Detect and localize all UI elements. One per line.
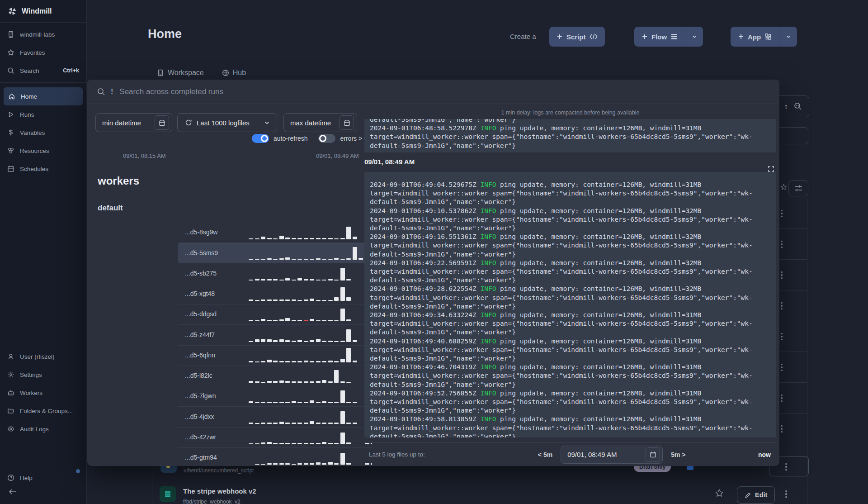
log-level: INFO: [480, 124, 496, 132]
folder-icon: [7, 407, 14, 414]
user-icon: [7, 353, 14, 360]
create-app-button[interactable]: App: [731, 27, 779, 47]
worker-row-d5-4jdxx[interactable]: ...d5-4jdxx: [178, 407, 372, 428]
tab-hub[interactable]: Hub: [222, 69, 246, 77]
sidebar-item-home[interactable]: Home: [4, 87, 83, 105]
collapse-sidebar-icon[interactable]: [8, 488, 17, 496]
log-level: INFO: [480, 207, 496, 214]
calendar-icon[interactable]: [646, 447, 660, 462]
log-timestamp: 2024-09-01T06:49:58.813859Z: [370, 415, 476, 423]
sidebar-item-resources[interactable]: Resources: [0, 142, 86, 160]
log-level: INFO: [480, 390, 496, 397]
now-button[interactable]: now: [758, 451, 771, 458]
filter-sliders-button[interactable]: [788, 180, 808, 196]
calendar-icon: [7, 165, 14, 172]
sidebar-item-favorites[interactable]: Favorites: [0, 43, 86, 62]
log-level: INFO: [480, 285, 496, 292]
log-timestamp: 2024-09-01T06:49:34.633224Z: [370, 311, 476, 319]
sidebar-item-user-rfiszel[interactable]: User (rfiszel): [0, 347, 87, 366]
row-menu-kebab[interactable]: [782, 489, 791, 499]
list-item[interactable]: The stripe webhook v2 f/bd/stripe_webhoo…: [152, 482, 807, 504]
sidebar-item-folders-groups[interactable]: Folders & Groups...: [0, 402, 87, 420]
worker-activity-sparkline: [249, 306, 372, 321]
resources-icon: [7, 147, 14, 154]
search-fragment-text: t: [785, 103, 787, 110]
star-icon[interactable]: [780, 184, 787, 190]
log-block-previous[interactable]: default-5sms9-Jmn1G","name":"worker"}202…: [364, 119, 776, 152]
worker-row-d5-42zwr[interactable]: ...d5-42zwr: [178, 428, 372, 448]
dollar-icon: [7, 129, 14, 136]
worker-row-d5-6qfnn[interactable]: ...d5-6qfnn: [178, 346, 372, 366]
worker-row-d5-5sms9[interactable]: ...d5-5sms9: [178, 243, 372, 263]
worker-row-d5-7lgwn[interactable]: ...d5-7lgwn: [178, 386, 372, 407]
tab-workspace[interactable]: Workspace: [157, 69, 204, 77]
sidebar-item-help[interactable]: Help: [0, 469, 87, 487]
building-icon: [157, 69, 164, 76]
create-flow-button[interactable]: Flow: [634, 27, 685, 47]
forward-5m-button[interactable]: 5m >: [671, 451, 685, 458]
log-level: INFO: [480, 415, 496, 423]
sidebar-item-audit-logs[interactable]: Audit Logs: [0, 420, 87, 438]
eye-icon: [7, 425, 14, 433]
worker-row-d5-gtm94[interactable]: ...d5-gtm94: [178, 448, 372, 466]
worker-activity-sparkline: [249, 327, 372, 342]
eye-icon: [7, 425, 14, 433]
building-icon: [7, 31, 14, 38]
flow-item-icon: [160, 486, 176, 502]
home-icon: [8, 93, 15, 100]
log-timestamp: 2024-09-01T06:49:46.704319Z: [370, 363, 476, 371]
worker-row-d5-l82lc[interactable]: ...d5-l82lc: [178, 366, 372, 386]
sidebar-item-variables[interactable]: Variables: [0, 124, 86, 142]
log-footer-label: Last 5 log files up to:: [369, 451, 425, 458]
log-timestamp: 2024-09-01T06:49:40.688259Z: [370, 338, 476, 345]
resources-icon: [7, 147, 14, 154]
flow-icon: [670, 33, 678, 40]
worker-name: ...d5-gtm94: [185, 454, 217, 461]
worker-activity-sparkline: [249, 285, 372, 301]
worker-row-d5-ddgsd[interactable]: ...d5-ddgsd: [178, 304, 372, 325]
brand[interactable]: Windmill: [0, 0, 86, 23]
worker-row-d5-z44f7[interactable]: ...d5-z44f7: [178, 325, 372, 346]
home-icon: [8, 93, 15, 100]
flow-title: The stripe webhook v2: [183, 487, 256, 495]
play-icon: [7, 111, 14, 118]
search-code-icon[interactable]: [793, 102, 802, 111]
log-section-header: 09/01, 08:49 AM: [364, 156, 776, 167]
dollar-icon: [7, 129, 14, 136]
create-a-label: Create a: [510, 33, 536, 40]
script-path: u/henri/unencumbered_script: [184, 467, 254, 474]
worker-name: ...d5-l82lc: [185, 372, 212, 379]
log-level: INFO: [480, 363, 496, 371]
worker-row-d5-8sg9w[interactable]: ...d5-8sg9w: [178, 223, 372, 243]
create-script-button[interactable]: Script: [549, 27, 605, 47]
plus-icon: [557, 33, 563, 40]
sidebar-item-workers[interactable]: Workers: [0, 384, 87, 402]
sidebar-item-settings[interactable]: Settings: [0, 366, 87, 384]
worker-row-d5-xgt48[interactable]: ...d5-xgt48: [178, 284, 372, 304]
windmill-logo-icon: [7, 6, 17, 16]
search-icon: [7, 67, 14, 74]
row-menu-kebab[interactable]: [782, 461, 791, 472]
sidebar-item-runs[interactable]: Runs: [0, 105, 86, 124]
log-timestamp: 2024-09-01T06:48:58.522978Z: [370, 124, 476, 132]
log-block-current[interactable]: 2024-09-01T06:49:04.529675Z INFO ping up…: [364, 172, 776, 437]
worker-row-d5-sb275[interactable]: ...d5-sb275: [178, 264, 372, 284]
sidebar-item-schedules[interactable]: Schedules: [0, 160, 86, 178]
log-level: INFO: [480, 181, 496, 188]
back-5m-button[interactable]: < 5m: [538, 451, 552, 458]
expand-icon[interactable]: [768, 166, 774, 172]
sidebar-item-search[interactable]: SearchCtrl+k: [0, 62, 86, 80]
worker-name: ...d5-7lgwn: [185, 392, 216, 399]
favorite-star-icon[interactable]: [715, 489, 724, 498]
workers-list: ...d5-8sg9w...d5-5sms9...d5-sb275...d5-x…: [87, 80, 372, 466]
sidebar-item-windmill-labs[interactable]: windmill-labs: [0, 25, 86, 43]
worker-activity-sparkline: [249, 265, 372, 281]
app-dropdown-chevron[interactable]: [779, 27, 797, 47]
log-datetime-input[interactable]: 09/01, 08:49 AM: [561, 446, 663, 464]
flow-dropdown-chevron[interactable]: [685, 27, 703, 47]
worker-activity-sparkline: [249, 429, 372, 444]
log-delay-notice: 1 min delay: logs are compacted before b…: [364, 109, 776, 116]
edit-button[interactable]: Edit: [737, 486, 775, 504]
code-icon: [590, 33, 598, 40]
log-timestamp: 2024-09-01T06:49:16.551361Z: [370, 233, 476, 240]
